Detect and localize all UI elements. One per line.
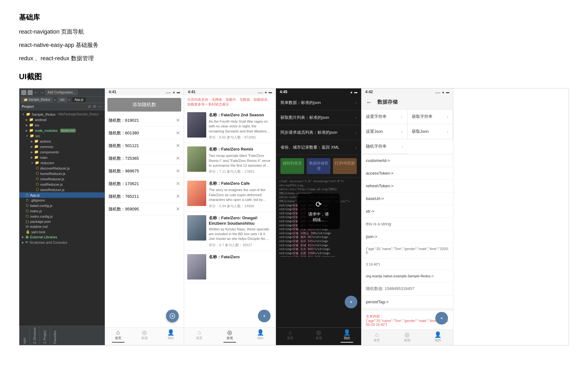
anime-meta-2: 评分：5.94 参与人数：14699	[209, 204, 272, 209]
screen2-fab-button[interactable]	[258, 310, 271, 322]
tree-item-external-libs[interactable]: ▶ 🏛 External Libraries	[19, 235, 105, 240]
data-storage-button[interactable]: 数据存储管理	[307, 158, 330, 174]
screen1-tab-discover[interactable]: ◎ 发现	[131, 330, 157, 343]
rand-delete-1[interactable]: ✕	[176, 130, 180, 136]
screen2-tab-mine[interactable]: 👤 我的	[245, 330, 276, 343]
screen4-tab-home[interactable]: ⌂ 首页	[361, 332, 392, 343]
add-random-button[interactable]: 添加随机数	[107, 98, 181, 112]
key-items-list: customerId-> accessToken-> refreshToken-…	[361, 154, 453, 308]
rand-delete-4[interactable]: ✕	[176, 168, 180, 174]
grid-get-json[interactable]: 获取Json ›	[407, 124, 453, 139]
ide-tab-favorites[interactable]: Favorites	[50, 326, 60, 345]
key-label-persist: persistTag->	[366, 299, 388, 304]
tree-label: mineReducer.js	[40, 177, 64, 181]
tree-item-metro[interactable]: ⬡ metro.config.js	[19, 214, 105, 219]
tree-label: src	[35, 134, 40, 138]
tree-item-mine-reducer[interactable]: ⬡ mineReducer.js	[19, 176, 105, 182]
tree-item-common[interactable]: ▶ 📁 common	[19, 144, 105, 149]
screen4-fab-button[interactable]	[435, 312, 448, 325]
tree-item-ios[interactable]: ▶ 📁 ios	[19, 122, 105, 128]
tree-item-android[interactable]: ▶ 📁 android	[19, 117, 105, 122]
screen3-fab-button[interactable]	[345, 296, 357, 308]
rand-delete-6[interactable]: ✕	[176, 193, 180, 199]
ide-tab-structure[interactable]: 2: Structure	[29, 326, 40, 345]
rand-delete-0[interactable]: ✕	[176, 117, 180, 123]
api-item-3[interactable]: 省份、城市记录数量：返回 XML ›	[276, 140, 361, 155]
screen3-status-bar: 4:45 ▲ ▬	[276, 88, 361, 95]
tree-label: External Libraries	[30, 235, 57, 239]
screen4-content: 设置字符串 › 获取字符串 › 设置Json › 获取Json › 随机字符串	[361, 109, 453, 330]
ide-toolbar: ← → Add Configuration...	[19, 88, 105, 97]
anime-title-2: 名称：Fate/Zero Cafe	[209, 181, 272, 186]
tree-item-node-modules[interactable]: ▶ 📁 node_modules library root	[19, 128, 105, 133]
tree-item-gitignore[interactable]: 🗒 .gitignore	[19, 198, 105, 203]
tree-item-store-reducer[interactable]: ⬡ storeReducer.js	[19, 187, 105, 192]
ide-tab-src[interactable]: src	[58, 97, 67, 102]
ide-forward-icon[interactable]: →	[40, 90, 44, 95]
screen1-content: 添加随机数 随机数：619021 ✕ 随机数：601380 ✕ 随机数：5011…	[105, 95, 184, 327]
grid-set-string[interactable]: 设置字符串 ›	[361, 109, 407, 124]
tree-item-components[interactable]: ▶ 📁 components	[19, 149, 105, 155]
rand-delete-3[interactable]: ✕	[176, 155, 180, 161]
tree-label: rootReducer.js	[40, 183, 63, 186]
screen4-tab-discover[interactable]: ◎ 发现	[392, 332, 422, 343]
key-label-accesstoken: accessToken->	[366, 171, 393, 176]
screen1-fab-button[interactable]	[166, 310, 179, 322]
tree-item-package[interactable]: { } package.json	[19, 219, 105, 224]
tree-item-appjs[interactable]: ⬡ App.js	[19, 192, 105, 198]
api-item-2[interactable]: 同步请求成员列表：标准的json ›	[276, 125, 361, 140]
rand-delete-2[interactable]: ✕	[176, 143, 180, 149]
screen2-tab-discover[interactable]: ◎ 发现	[214, 330, 245, 343]
screen3-tab-mine[interactable]: 👤 我的	[333, 330, 361, 343]
ide-settings-icon[interactable]: ⚙	[93, 104, 96, 109]
screen1-tab-home[interactable]: ⌂ 首页	[105, 330, 131, 343]
battery-icon: ▬	[269, 90, 272, 94]
battery-icon: ▬	[446, 90, 449, 94]
data-storage-title: 数据存储	[377, 99, 398, 106]
rand-delete-7[interactable]: ✕	[176, 206, 180, 212]
screen2-tab-home[interactable]: ⌂ 首页	[184, 330, 214, 343]
api-item-0[interactable]: 简单数据：标准的json ›	[276, 95, 361, 110]
tree-item-root-reducer[interactable]: ⬡ rootReducer.js	[19, 182, 105, 187]
tree-item-babel[interactable]: ⬡ babel.config.js	[19, 203, 105, 208]
screen1-tab-mine[interactable]: 👤 我的	[157, 330, 184, 343]
ide-tab-npm[interactable]: npm	[19, 326, 29, 345]
grid-get-string[interactable]: 获取字符串 ›	[407, 109, 453, 124]
ide-collapse-icon[interactable]: —	[98, 104, 102, 109]
tree-item-actions[interactable]: ▶ 📁 actions	[19, 138, 105, 144]
api-item-1[interactable]: 获取图片列表：标准的json ›	[276, 110, 361, 125]
tree-item-index[interactable]: ⬡ index.js	[19, 208, 105, 214]
tree-item-home-reducer[interactable]: ⬡ homeReducer.js	[19, 171, 105, 176]
tree-item-main[interactable]: ▶ 📁 main	[19, 155, 105, 160]
ide-tab-project[interactable]: 1: Project	[40, 326, 50, 345]
tree-item-sample-redux[interactable]: ▼ 📁 Sample_Redux ~/MyPackage/Sample_Redu…	[19, 112, 105, 117]
rand-delete-5[interactable]: ✕	[176, 181, 180, 187]
tree-item-reducers[interactable]: ▼ 📁 reducers	[19, 160, 105, 165]
tree-item-src[interactable]: ▼ 📁 src	[19, 133, 105, 138]
ide-tab-appjs[interactable]: App.js	[72, 97, 86, 102]
ide-tab-bar: 📁 Sample_Redux ▶ src ▶ App.js	[19, 97, 105, 103]
grid-random-string[interactable]: 随机字符串 ›	[361, 139, 407, 154]
chevron-icon-0: ›	[355, 100, 357, 105]
key-label-refreshtoken: refreshToken->	[366, 183, 393, 188]
screen3-tab-discover[interactable]: ◎ 发现	[304, 330, 333, 343]
tree-item-yarn[interactable]: 🔒 yarn.lock	[19, 229, 105, 235]
rand-item-0: 随机数：619021 ✕	[105, 114, 184, 127]
goto-home-button[interactable]: 跳转到首页	[280, 158, 304, 174]
ide-sync-icon[interactable]: ⇄	[88, 104, 91, 109]
screen3-tab-home[interactable]: ⌂ 首页	[276, 330, 304, 343]
ide-back-icon[interactable]: ←	[34, 90, 38, 95]
ide-tab-sample-redux[interactable]: 📁 Sample_Redux	[21, 97, 53, 102]
tree-item-discover-reducer[interactable]: ⬡ discoverReducer.js	[19, 165, 105, 171]
tree-item-readme[interactable]: M readme.md	[19, 224, 105, 229]
screen4-tab-mine[interactable]: 👤 我的	[423, 332, 453, 343]
screen1-status-bar: 4:41 ...... ▲ ▬	[105, 88, 184, 95]
back-button[interactable]: ←	[366, 99, 372, 106]
tree-item-scratches[interactable]: ▶ ✏ Scratches and Consoles	[19, 240, 105, 245]
home-label: 首页	[196, 336, 202, 340]
ide-add-config-button[interactable]: Add Configuration...	[45, 90, 78, 95]
grid-set-json[interactable]: 设置Json ›	[361, 124, 407, 139]
key-value-json1: {"age":25,"name":"Tom","gender":"male","…	[366, 247, 449, 254]
key-label-org: org.reactjs.native.example.Sample-Redux-…	[366, 274, 434, 278]
open-h5-button[interactable]: 打开H5页面	[333, 158, 357, 174]
